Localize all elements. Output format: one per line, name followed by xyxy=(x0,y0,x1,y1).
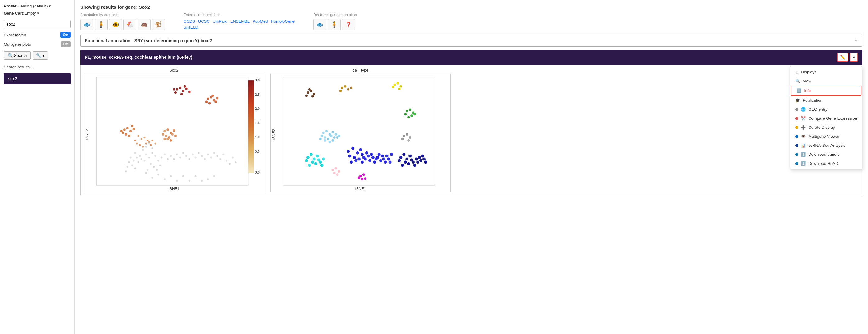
svg-point-191 xyxy=(408,155,412,158)
svg-point-225 xyxy=(358,176,360,179)
svg-point-89 xyxy=(125,133,127,136)
dataset-title: P1, mouse, scRNA-seq, cochlear epitheliu… xyxy=(85,55,192,60)
scrna-dot xyxy=(795,144,798,147)
menu-download-bundle[interactable]: ⬇️ Download bundle xyxy=(790,150,862,159)
svg-point-212 xyxy=(314,162,317,165)
org-icon-fish[interactable]: 🐟 xyxy=(80,19,93,30)
org-icon-fish2[interactable]: 🐠 xyxy=(109,19,122,30)
menu-info[interactable]: ℹ️ Info xyxy=(791,86,862,96)
svg-point-194 xyxy=(407,162,410,165)
svg-point-209 xyxy=(316,155,319,158)
external-links-label: External resource links xyxy=(184,13,294,17)
menu-compare[interactable]: ✂️ Compare Gene Expression xyxy=(790,114,862,123)
svg-point-117 xyxy=(163,138,166,140)
plot1-container: Sox2 tSNE1 tSNE2 xyxy=(84,68,264,192)
gene-cart-label: Gene Cart: xyxy=(4,11,24,15)
svg-point-213 xyxy=(308,164,311,167)
edit-button[interactable]: ✏️ xyxy=(837,53,848,62)
gene-cart-value[interactable]: Empty xyxy=(24,11,36,15)
menu-view[interactable]: 🔍 View xyxy=(790,76,862,86)
menu-geo[interactable]: 🌐 GEO entry xyxy=(790,105,862,114)
add-annotation-button[interactable]: + xyxy=(854,37,858,44)
gene-result-item[interactable]: sox2 xyxy=(4,73,71,84)
multigene-toggle[interactable]: Off xyxy=(61,41,71,47)
svg-point-158 xyxy=(351,147,354,150)
svg-point-18 xyxy=(156,169,158,171)
svg-point-70 xyxy=(174,92,177,94)
menu-multigene[interactable]: 👁️ Multigene Viewer xyxy=(790,132,862,141)
svg-point-98 xyxy=(136,143,138,144)
svg-point-205 xyxy=(306,156,310,159)
svg-point-223 xyxy=(363,173,365,176)
link-ensembl[interactable]: ENSEMBL xyxy=(230,19,249,24)
exact-match-toggle[interactable]: On xyxy=(60,32,71,38)
settings-button[interactable]: 🔧 ▾ xyxy=(33,51,48,60)
link-homologene[interactable]: HomoloGene xyxy=(271,19,295,24)
deaf-icon-fish[interactable]: 🐟 xyxy=(313,19,327,30)
menu-download-h5ad[interactable]: ⬇️ Download H5AD xyxy=(790,159,862,168)
svg-point-153 xyxy=(406,133,408,136)
search-button[interactable]: 🔍 Search xyxy=(4,51,31,60)
svg-point-17 xyxy=(147,169,148,171)
svg-point-42 xyxy=(222,154,224,156)
svg-point-56 xyxy=(145,146,147,148)
svg-point-197 xyxy=(415,158,418,161)
multigene-dot xyxy=(795,135,798,138)
svg-point-113 xyxy=(171,133,174,136)
menu-info-label: Info xyxy=(804,88,811,93)
svg-point-48 xyxy=(176,180,178,181)
link-ucsc[interactable]: UCSC xyxy=(198,19,210,24)
svg-point-105 xyxy=(150,144,152,146)
svg-point-51 xyxy=(195,175,197,177)
menu-compare-label: Compare Gene Expression xyxy=(808,116,857,121)
menu-publication-label: Publication xyxy=(803,98,823,103)
org-icon-human[interactable]: 🧍 xyxy=(95,19,107,30)
annotation-label: Annotation by organism xyxy=(80,13,165,17)
svg-point-142 xyxy=(400,85,402,88)
deaf-icon-human[interactable]: 🧍 xyxy=(328,19,341,30)
org-icon-bird[interactable]: 🐔 xyxy=(123,19,136,30)
svg-point-12 xyxy=(164,154,165,156)
ext-links-row2: SHIELD xyxy=(184,25,294,30)
org-icon-mammal[interactable]: 🦔 xyxy=(137,19,151,30)
menu-scrna[interactable]: 📊 scRNA-Seq Analysis xyxy=(790,141,862,150)
plot2-svg[interactable]: tSNE1 tSNE2 xyxy=(270,74,451,192)
menu-displays[interactable]: ⊞ Displays xyxy=(790,67,862,76)
svg-text:1.5: 1.5 xyxy=(255,121,260,125)
link-shield[interactable]: SHIELD xyxy=(184,25,198,30)
link-ccds[interactable]: CCDS xyxy=(184,19,195,24)
profile-row: Profile:Hearing (default) ▾ xyxy=(4,4,71,8)
svg-point-215 xyxy=(322,158,325,161)
svg-point-4 xyxy=(148,157,150,159)
plot1-svg[interactable]: tSNE1 tSNE2 xyxy=(84,74,264,192)
link-pubmed[interactable]: PubMed xyxy=(253,19,268,24)
org-icon-primate[interactable]: 🐒 xyxy=(152,19,165,30)
svg-point-224 xyxy=(361,178,363,180)
svg-point-151 xyxy=(413,113,416,115)
svg-point-59 xyxy=(130,157,132,159)
svg-point-5 xyxy=(151,152,153,154)
search-results-header: Search results 1 xyxy=(4,65,71,69)
menu-curate[interactable]: ➕ Curate Display xyxy=(790,123,862,132)
svg-point-183 xyxy=(385,155,389,158)
menu-publication[interactable]: 🎓 Publication xyxy=(790,96,862,105)
svg-rect-128 xyxy=(283,77,435,185)
search-input[interactable] xyxy=(4,20,71,28)
profile-value[interactable]: Hearing (default) xyxy=(18,4,48,8)
svg-point-73 xyxy=(188,91,191,93)
svg-point-31 xyxy=(189,158,190,160)
profile-label: Profile: xyxy=(4,4,18,8)
wrench-icon: 🔧 xyxy=(36,53,41,58)
svg-point-104 xyxy=(154,143,156,144)
dropdown-toggle-button[interactable]: ▾ xyxy=(850,53,858,62)
link-uniparc[interactable]: UniParc xyxy=(213,19,227,24)
svg-point-168 xyxy=(365,152,368,155)
svg-point-164 xyxy=(361,153,364,156)
svg-point-131 xyxy=(313,93,315,96)
svg-point-204 xyxy=(424,161,427,164)
svg-point-16 xyxy=(159,164,161,166)
deaf-icon-question[interactable]: ❓ xyxy=(342,19,355,30)
svg-point-228 xyxy=(326,130,328,132)
download-bundle-dot xyxy=(795,153,798,156)
svg-point-76 xyxy=(207,98,209,100)
